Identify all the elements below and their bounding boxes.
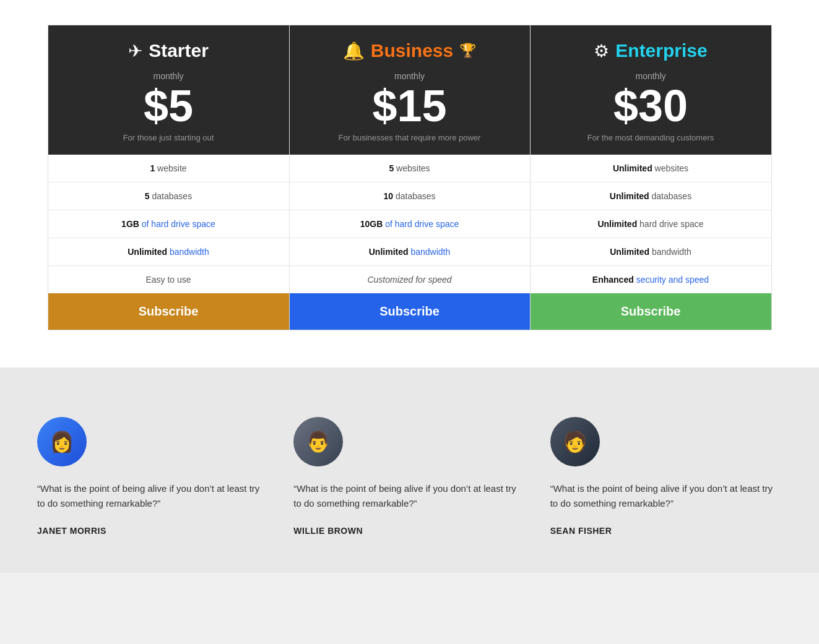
plan-tagline-enterprise: For the most demanding customers	[543, 133, 759, 142]
plan-icon-enterprise: ⚙	[594, 41, 609, 61]
feature-bold-value: Unlimited	[128, 247, 167, 257]
plan-features-starter: 1 website5 databases1GB of hard drive sp…	[48, 155, 289, 293]
plan-price-business: $15	[302, 84, 518, 128]
feature-italic-text: Customized for speed	[367, 275, 451, 285]
plan-header-enterprise: ⚙Enterprisemonthly$30For the most demand…	[531, 25, 771, 155]
billing-period-business: monthly	[302, 71, 518, 81]
feature-bold-value: 10GB	[360, 219, 383, 229]
avatar-image: 🧑	[550, 417, 600, 466]
feature-text: websites	[652, 163, 688, 173]
subscribe-button-starter[interactable]: Subscribe	[48, 293, 289, 330]
feature-colored-text: of hard drive space	[139, 219, 215, 229]
plan-icon-starter: ✈	[128, 41, 142, 61]
avatar-image: 👩	[37, 417, 87, 466]
billing-period-enterprise: monthly	[543, 71, 759, 81]
plan-icon-business: 🔔	[343, 41, 365, 61]
feature-text: databases	[649, 191, 692, 201]
subscribe-button-business[interactable]: Subscribe	[290, 293, 530, 330]
testimonial-quote: “What is the point of being alive if you…	[293, 481, 525, 511]
pricing-section: ✈Startermonthly$5For those just starting…	[0, 0, 819, 367]
feature-text: databases	[393, 191, 436, 201]
feature-row: Unlimited hard drive space	[531, 210, 771, 238]
feature-row: Unlimited databases	[531, 182, 771, 210]
feature-colored-text: bandwidth	[167, 247, 209, 257]
feature-row: Easy to use	[48, 266, 289, 293]
testimonial-item: 🧑“What is the point of being alive if yo…	[550, 417, 782, 536]
testimonial-name: WILLIE BROWN	[293, 526, 363, 536]
feature-row: 5 databases	[48, 182, 289, 210]
plan-name-business: Business	[371, 40, 453, 61]
plan-features-business: 5 websites10 databases10GB of hard drive…	[290, 155, 530, 293]
testimonial-name: JANET MORRIS	[37, 526, 106, 536]
plan-price-starter: $5	[61, 84, 277, 128]
feature-bold-value: Unlimited	[369, 247, 409, 257]
avatar: 🧑	[550, 417, 600, 466]
plan-header-starter: ✈Startermonthly$5For those just starting…	[48, 25, 289, 155]
subscribe-button-enterprise[interactable]: Subscribe	[531, 293, 771, 330]
feature-row: Customized for speed	[290, 266, 530, 293]
testimonial-quote: “What is the point of being alive if you…	[37, 481, 269, 511]
feature-bold-value: Enhanced	[592, 275, 634, 285]
feature-row: 10GB of hard drive space	[290, 210, 530, 238]
feature-text: website	[155, 163, 186, 173]
plan-price-enterprise: $30	[543, 84, 759, 128]
award-badge-icon: 🏆	[459, 43, 476, 59]
feature-row: Unlimited websites	[531, 155, 771, 182]
plan-card-business: 🔔Business🏆monthly$15For businesses that …	[289, 25, 531, 330]
feature-bold-value: 10	[383, 191, 393, 201]
feature-row: 1 website	[48, 155, 289, 182]
avatar-image: 👨	[293, 417, 343, 466]
feature-text: websites	[394, 163, 430, 173]
feature-bold-value: Unlimited	[613, 163, 652, 173]
avatar: 👨	[293, 417, 343, 466]
feature-row: 10 databases	[290, 182, 530, 210]
plan-tagline-business: For businesses that require more power	[302, 133, 518, 142]
feature-row: 1GB of hard drive space	[48, 210, 289, 238]
feature-colored-text: bandwidth	[409, 247, 451, 257]
feature-colored-text: security and speed	[634, 275, 709, 285]
plan-features-enterprise: Unlimited websitesUnlimited databasesUnl…	[531, 155, 771, 293]
feature-bold-value: Unlimited	[610, 191, 649, 201]
feature-bold-value: 1GB	[121, 219, 139, 229]
plan-name-starter: Starter	[149, 40, 209, 61]
plan-card-starter: ✈Startermonthly$5For those just starting…	[48, 25, 289, 330]
plan-card-enterprise: ⚙Enterprisemonthly$30For the most demand…	[531, 25, 772, 330]
plan-tagline-starter: For those just starting out	[61, 133, 277, 142]
testimonial-item: 👨“What is the point of being alive if yo…	[293, 417, 525, 536]
feature-row: Unlimited bandwidth	[290, 238, 530, 266]
feature-text: hard drive space	[637, 219, 703, 229]
avatar: 👩	[37, 417, 87, 466]
feature-text: databases	[150, 191, 193, 201]
feature-bold-value: 5	[145, 191, 150, 201]
testimonial-quote: “What is the point of being alive if you…	[550, 481, 782, 511]
feature-bold-value: Unlimited	[597, 219, 637, 229]
feature-bold-value: Unlimited	[610, 247, 649, 257]
plan-name-enterprise: Enterprise	[615, 40, 707, 61]
feature-row: Enhanced security and speed	[531, 266, 771, 293]
plan-header-business: 🔔Business🏆monthly$15For businesses that …	[290, 25, 530, 155]
testimonial-item: 👩“What is the point of being alive if yo…	[37, 417, 269, 536]
testimonial-name: SEAN FISHER	[550, 526, 612, 536]
feature-row: Unlimited bandwidth	[531, 238, 771, 266]
feature-colored-text: of hard drive space	[383, 219, 459, 229]
feature-row: Unlimited bandwidth	[48, 238, 289, 266]
feature-text: bandwidth	[649, 247, 691, 257]
billing-period-starter: monthly	[61, 71, 277, 81]
testimonials-section: 👩“What is the point of being alive if yo…	[0, 367, 819, 573]
feature-row: 5 websites	[290, 155, 530, 182]
